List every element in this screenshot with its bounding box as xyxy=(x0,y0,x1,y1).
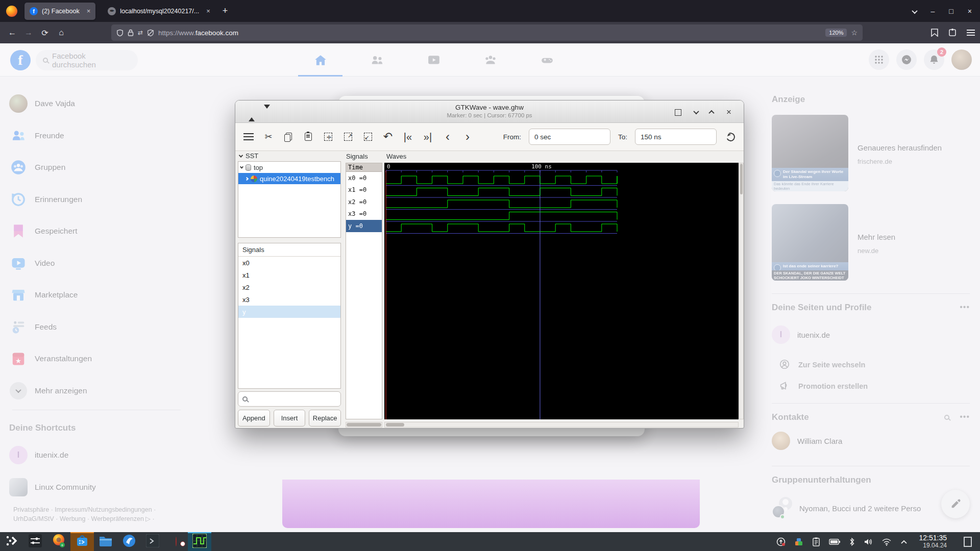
sst-tree[interactable]: topquine20240419testbench xyxy=(238,161,341,238)
paste-icon[interactable] xyxy=(302,130,314,143)
sidebar-item-freunde[interactable]: Freunde xyxy=(4,122,182,149)
wave-name-x1[interactable]: x1 =0 xyxy=(346,184,382,196)
ad-card[interactable]: Ist das ende seiner karriere?DER SKANDAL… xyxy=(772,204,970,281)
wave-name-x3[interactable]: x3 =0 xyxy=(346,208,382,220)
sst-tree-node-quine20240419testbench[interactable]: quine20240419testbench xyxy=(238,173,340,184)
taskbar-app-firefox[interactable]: + xyxy=(47,532,70,551)
wave-name-x2[interactable]: x2 =0 xyxy=(346,196,382,208)
sst-expander[interactable]: SST xyxy=(239,152,258,160)
tray-updates-icon[interactable] xyxy=(776,537,786,546)
sidebar-item-erinnerungen[interactable]: Erinnerungen xyxy=(4,186,182,213)
tray-clipboard-icon[interactable] xyxy=(812,537,820,546)
tab-localhost[interactable]: ✒ localhost/mysql20240217/... × xyxy=(103,3,215,20)
shift-left-icon[interactable]: ‹ xyxy=(442,130,454,143)
tab-gaming[interactable] xyxy=(519,43,575,77)
page-profile-row[interactable]: I ituenix.de xyxy=(772,323,970,346)
url-bar[interactable]: ⇄ https://www.facebook.com 120% ☆ xyxy=(111,24,863,41)
tray-wifi-icon[interactable] xyxy=(881,538,892,546)
sidebar-item-marketplace[interactable]: Marketplace xyxy=(4,282,182,308)
filter-signal-x0[interactable]: x0 xyxy=(238,257,340,269)
tray-volume-icon[interactable] xyxy=(864,538,873,546)
replace-button[interactable]: Replace xyxy=(309,410,341,427)
copy-icon[interactable] xyxy=(282,130,295,143)
tray-tray-expand-icon[interactable] xyxy=(900,539,908,544)
sidebar-item-dave-vajda[interactable]: Dave Vajda xyxy=(4,90,182,117)
undo-icon[interactable]: ↶ xyxy=(382,130,394,143)
window-maximize-button[interactable]: □ xyxy=(949,7,953,15)
names-horizontal-scrollbar[interactable] xyxy=(346,422,382,428)
filter-signal-x3[interactable]: x3 xyxy=(238,293,340,306)
sidebar-item-gespeichert[interactable]: Gespeichert xyxy=(4,218,182,244)
window-close-icon[interactable]: × xyxy=(723,107,734,118)
tab-close-icon[interactable]: × xyxy=(206,7,210,15)
contacts-search-icon[interactable] xyxy=(944,415,949,420)
menu-icon[interactable] xyxy=(242,130,255,143)
taskbar-app-settings[interactable] xyxy=(23,532,47,551)
new-tab-button[interactable]: + xyxy=(223,6,228,16)
to-input[interactable] xyxy=(635,129,717,145)
window-shade-up-icon[interactable] xyxy=(706,107,717,118)
taskbar-app-system-tool[interactable] xyxy=(117,532,141,551)
ad-card[interactable]: Der Skandal wegen ihrer Worte im Live-St… xyxy=(772,115,970,191)
taskbar-app-help[interactable] xyxy=(164,532,188,551)
zoom-in-icon[interactable]: ↗ xyxy=(342,130,354,143)
insert-button[interactable]: Insert xyxy=(274,410,306,427)
tab-home[interactable] xyxy=(292,43,349,77)
back-button[interactable]: ← xyxy=(4,28,20,37)
shortcut-item-ituenix-de[interactable]: Iituenix.de xyxy=(4,442,182,468)
signal-search-box[interactable] xyxy=(238,391,341,407)
filter-signal-y[interactable]: y xyxy=(238,306,340,318)
wave-name-x0[interactable]: x0 =0 xyxy=(346,172,382,184)
wave-horizontal-scrollbar[interactable] xyxy=(384,422,739,428)
contacts-options-icon[interactable]: ••• xyxy=(960,412,970,421)
pages-options-icon[interactable]: ••• xyxy=(960,303,970,312)
taskbar-app-gtkwave[interactable] xyxy=(188,532,211,551)
tab-facebook[interactable]: f (2) Facebook × xyxy=(24,3,95,20)
forward-button[interactable]: → xyxy=(20,28,37,37)
extensions-icon[interactable] xyxy=(948,29,957,37)
menu-icon[interactable] xyxy=(967,30,975,36)
tray-battery-icon[interactable] xyxy=(829,538,840,545)
tray-bluetooth-icon[interactable] xyxy=(849,537,855,546)
tab-video[interactable] xyxy=(405,43,462,77)
gtkwave-titlebar[interactable]: GTKWave - wave.ghw Marker: 0 sec | Curso… xyxy=(235,101,744,123)
sidebar-item-veranstaltungen[interactable]: ★Veranstaltungen xyxy=(4,345,182,372)
tab-close-icon[interactable]: × xyxy=(87,7,91,15)
shield-slash-icon[interactable] xyxy=(147,29,154,37)
zoom-fit-icon[interactable]: ✛ xyxy=(322,130,334,143)
from-input[interactable] xyxy=(529,129,610,145)
group-chat-row[interactable]: Nyoman, Bucci und 2 weitere Perso xyxy=(772,496,970,520)
sidebar-item-mehr-anzeigen[interactable]: Mehr anzeigen xyxy=(4,378,182,404)
lock-icon[interactable] xyxy=(128,29,134,36)
filter-signal-x1[interactable]: x1 xyxy=(238,269,340,281)
wave-vertical-scrollbar[interactable] xyxy=(739,163,744,419)
signals-filter-list[interactable]: x0x1x2x3y xyxy=(238,257,340,318)
home-button[interactable]: ⌂ xyxy=(53,28,69,37)
window-shade-down-icon[interactable] xyxy=(691,107,702,118)
sst-tree-node-top[interactable]: top xyxy=(238,162,340,173)
shortcut-item-linux-community[interactable]: Linux Community xyxy=(4,474,182,500)
fetch-start-icon[interactable]: |« xyxy=(402,130,414,143)
reload-icon[interactable] xyxy=(724,130,737,143)
tracking-shield-icon[interactable] xyxy=(116,29,124,37)
sidebar-item-gruppen[interactable]: Gruppen xyxy=(4,154,182,181)
zoom-out-icon[interactable]: ↙ xyxy=(362,130,374,143)
sidebar-item-video[interactable]: Video xyxy=(4,250,182,277)
fetch-end-icon[interactable]: »| xyxy=(422,130,434,143)
window-minimize-button[interactable]: – xyxy=(931,7,935,15)
bookmark-star-icon[interactable]: ☆ xyxy=(851,29,857,37)
page-action-switch-profile[interactable]: Zur Seite wechseln xyxy=(779,356,970,374)
taskbar-app-file-manager[interactable] xyxy=(94,532,117,551)
tab-overflow-icon[interactable] xyxy=(913,7,917,15)
taskbar-app-software-store[interactable] xyxy=(70,532,94,551)
wave-name-column[interactable]: Timex0 =0x1 =0x2 =0x3 =0y =0 xyxy=(346,163,382,419)
taskbar-clock[interactable]: 12:51:35 19.04.24 xyxy=(919,534,947,549)
filter-signal-x2[interactable]: x2 xyxy=(238,281,340,293)
pocket-icon[interactable] xyxy=(931,29,938,37)
tray-workspaces-icon[interactable] xyxy=(794,537,803,546)
tab-groups[interactable] xyxy=(462,43,519,77)
time-header[interactable]: Time xyxy=(346,163,382,172)
window-fit-icon[interactable] xyxy=(672,107,683,118)
permissions-icon[interactable]: ⇄ xyxy=(138,29,143,36)
sidebar-item-feeds[interactable]: Feeds xyxy=(4,314,182,340)
